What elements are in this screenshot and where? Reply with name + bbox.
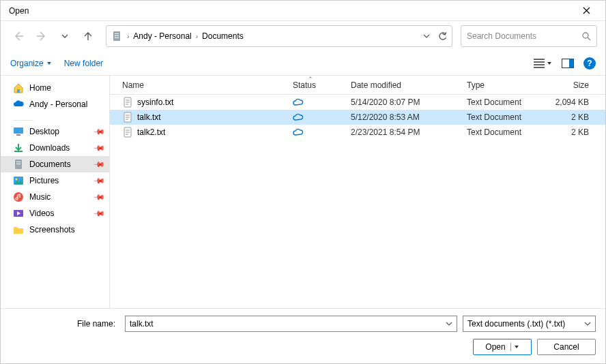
close-button[interactable] <box>573 1 600 20</box>
cloud-icon <box>293 97 304 107</box>
sidebar-item-label: Desktop <box>29 127 59 136</box>
file-name: talk.txt <box>137 112 161 122</box>
column-date[interactable]: Date modified <box>345 80 461 90</box>
text-file-icon <box>122 97 133 108</box>
navbar: › Andy - Personal › Documents <box>1 21 605 51</box>
sidebar-item-andy---personal[interactable]: Andy - Personal <box>1 96 109 112</box>
cloud-icon <box>293 112 304 122</box>
file-status <box>287 97 345 107</box>
videos-icon <box>13 208 24 219</box>
chevron-down-icon <box>547 61 552 66</box>
sidebar-item-label: Music <box>29 192 50 202</box>
svg-point-16 <box>14 192 23 202</box>
downloads-icon <box>13 142 24 153</box>
sidebar-item-downloads[interactable]: Downloads📌 <box>1 140 109 156</box>
forward-button[interactable] <box>32 27 51 46</box>
file-row[interactable]: talk2.txt2/23/2021 8:54 PMText Document2… <box>110 125 605 140</box>
sidebar-item-music[interactable]: Music📌 <box>1 189 109 205</box>
up-button[interactable] <box>78 27 98 46</box>
file-row[interactable]: talk.txt5/12/2020 8:53 AMText Document2 … <box>110 110 605 125</box>
documents-icon <box>111 30 123 42</box>
refresh-button[interactable] <box>438 31 448 41</box>
chevron-right-icon: › <box>196 33 198 40</box>
address-dropdown[interactable] <box>423 33 430 40</box>
open-button[interactable]: Open <box>473 339 532 355</box>
pin-icon: 📌 <box>92 207 105 219</box>
preview-pane-icon <box>562 59 574 68</box>
sidebar-item-videos[interactable]: Videos📌 <box>1 205 109 222</box>
documents-icon <box>13 159 24 170</box>
address-bar[interactable]: › Andy - Personal › Documents <box>106 25 452 47</box>
file-pane: Name ⌃ Status Date modified Type Size sy… <box>110 76 605 308</box>
arrow-right-icon <box>36 31 47 42</box>
back-button[interactable] <box>9 27 28 46</box>
search-box[interactable] <box>461 25 597 47</box>
sidebar-item-desktop[interactable]: Desktop📌 <box>1 123 109 140</box>
sidebar-item-pictures[interactable]: Pictures📌 <box>1 172 109 189</box>
preview-pane-button[interactable] <box>562 59 574 68</box>
file-date: 2/23/2021 8:54 PM <box>345 127 461 137</box>
filename-input[interactable] <box>130 319 446 329</box>
chevron-right-icon: › <box>127 33 129 40</box>
svg-rect-13 <box>16 164 20 164</box>
file-name: sysinfo.txt <box>137 97 173 107</box>
file-row[interactable]: sysinfo.txt5/14/2020 8:07 PMText Documen… <box>110 95 605 110</box>
filter-label: Text documents (.txt) (*.txt) <box>467 319 565 329</box>
organize-menu[interactable]: Organize <box>10 59 52 68</box>
pin-icon: 📌 <box>92 190 105 203</box>
home-icon <box>13 82 24 93</box>
file-list: sysinfo.txt5/14/2020 8:07 PMText Documen… <box>110 95 605 308</box>
chevron-down-icon <box>46 61 52 66</box>
sidebar-item-documents[interactable]: Documents📌 <box>1 156 109 172</box>
sidebar-item-label: Downloads <box>29 143 70 153</box>
breadcrumb-item[interactable]: Andy - Personal <box>133 31 191 41</box>
filename-combo[interactable] <box>125 316 457 332</box>
cancel-button-label: Cancel <box>553 342 579 352</box>
sidebar-item-label: Andy - Personal <box>29 100 87 109</box>
sidebar-item-screenshots[interactable]: Screenshots <box>1 222 109 238</box>
file-size: 2 KB <box>547 127 594 137</box>
arrow-left-icon <box>13 31 24 42</box>
svg-point-4 <box>583 33 588 38</box>
sidebar-item-home[interactable]: Home <box>1 80 109 96</box>
svg-rect-10 <box>14 151 23 152</box>
svg-rect-1 <box>115 33 119 34</box>
pin-icon: 📌 <box>92 141 105 154</box>
column-status[interactable]: Status <box>287 80 345 90</box>
file-type-filter[interactable]: Text documents (.txt) (*.txt) <box>463 316 596 332</box>
svg-rect-2 <box>115 35 119 36</box>
svg-point-15 <box>16 179 18 181</box>
svg-rect-9 <box>16 134 20 136</box>
file-date: 5/14/2020 8:07 PM <box>345 97 461 107</box>
file-size: 2,094 KB <box>547 97 594 107</box>
svg-rect-6 <box>569 59 574 67</box>
desktop-icon <box>13 126 24 137</box>
sidebar-item-label: Documents <box>29 160 71 169</box>
recent-dropdown[interactable] <box>55 27 74 46</box>
chevron-down-icon <box>514 344 519 350</box>
svg-rect-12 <box>16 162 20 162</box>
help-button[interactable]: ? <box>583 57 596 70</box>
column-type[interactable]: Type <box>461 80 547 90</box>
refresh-icon <box>438 31 448 41</box>
svg-rect-7 <box>17 89 20 93</box>
pictures-icon <box>13 175 24 186</box>
onedrive-icon <box>13 99 24 110</box>
search-input[interactable] <box>467 31 581 41</box>
arrow-up-icon <box>83 31 93 42</box>
chevron-down-icon <box>423 33 430 40</box>
toolbar: Organize New folder ? <box>1 51 605 76</box>
new-folder-button[interactable]: New folder <box>64 59 103 68</box>
chevron-down-icon <box>61 33 68 40</box>
breadcrumb-item[interactable]: Documents <box>202 31 244 41</box>
pin-icon: 📌 <box>92 174 105 187</box>
column-size[interactable]: Size <box>547 80 594 90</box>
list-view-icon <box>534 59 545 68</box>
column-name[interactable]: Name <box>117 80 287 90</box>
view-menu[interactable] <box>534 59 552 68</box>
cancel-button[interactable]: Cancel <box>537 339 596 355</box>
sidebar-item-label: Home <box>29 83 51 93</box>
file-status <box>287 112 345 122</box>
column-headers: Name ⌃ Status Date modified Type Size <box>110 76 605 95</box>
chevron-down-icon <box>446 320 452 327</box>
